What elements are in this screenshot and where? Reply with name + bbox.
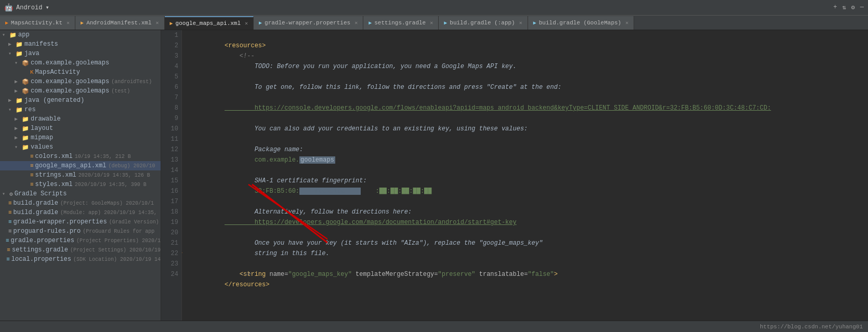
- tab-androidmanifest[interactable]: ▶ AndroidManifest.xml ✕: [75, 16, 164, 30]
- add-icon[interactable]: +: [833, 4, 837, 11]
- sidebar-item-label: com.example.goolemaps: [31, 87, 109, 95]
- settings-icon[interactable]: ⚙: [851, 4, 855, 11]
- sidebar-item-java[interactable]: ▾ 📁 java: [0, 49, 161, 58]
- line-num-4: 4: [164, 61, 178, 72]
- sidebar-item-build-gradle-app[interactable]: ≡ build.gradle (Module: app) 2020/10/19 …: [0, 208, 161, 217]
- sidebar-item-label: java: [24, 50, 40, 57]
- sidebar-item-google-maps-api[interactable]: ▶ ≡ google_maps_api.xml (debug) 2020/10: [0, 161, 161, 170]
- line-num-22: 22: [164, 248, 178, 259]
- sha-redacted: redacted: [299, 188, 361, 195]
- sidebar-item-gradle-wrapper-props[interactable]: ≡ gradle-wrapper.properties (Gradle Vers…: [0, 217, 161, 227]
- line-num-15: 15: [164, 176, 178, 186]
- code-line-9: You can also add your credentials to an …: [187, 113, 863, 124]
- tab-settings-gradle[interactable]: ▶ settings.gradle ✕: [363, 16, 439, 30]
- sidebar-item-proguard[interactable]: ≡ proguard-rules.pro (ProGuard Rules for…: [0, 227, 161, 236]
- sidebar-item-mapsactivity[interactable]: ▶ K MapsActivity: [0, 68, 161, 77]
- sidebar-item-values[interactable]: ▾ 📁 values: [0, 142, 161, 152]
- package-icon2: 📦: [22, 78, 29, 85]
- line-num-1: 1: [164, 30, 178, 41]
- top-bar-left: 🤖 Android ▾: [4, 3, 49, 12]
- sidebar-item-meta: (Project Properties) 2020/1: [76, 238, 161, 244]
- minimize-icon[interactable]: —: [860, 4, 864, 11]
- tab-build-gradle-project[interactable]: ▶ build.gradle (GooleMaps) ✕: [528, 16, 635, 30]
- tab-label: MapsActivity.kt: [11, 20, 62, 26]
- sidebar-item-gradle-props[interactable]: ≡ gradle.properties (Project Properties)…: [0, 236, 161, 245]
- line-num-3: 3: [164, 51, 178, 61]
- tab-google-maps-api[interactable]: ▶ google_maps_api.xml ✕: [165, 16, 254, 30]
- code-line-22: → -->: [187, 248, 863, 259]
- sidebar-item-mipmap[interactable]: ▶ 📁 mipmap: [0, 133, 161, 142]
- tab-label: build.gradle (GooleMaps): [539, 20, 621, 26]
- local-props-icon: ≡: [6, 256, 10, 262]
- tab-build-gradle-app[interactable]: ▶ build.gradle (:app) ✕: [439, 16, 528, 30]
- kt-file-icon: ▶: [5, 20, 8, 26]
- sidebar-item-meta: 2020/10/19 14:35, 126 B: [78, 172, 150, 178]
- xml-attr-name: name=: [266, 271, 288, 278]
- android-icon: 🤖: [4, 3, 13, 12]
- code-content: 1 2 3 4 5 6 7 8 9 10 11 12 13 14 15 16 1…: [161, 30, 868, 321]
- sidebar-item-meta: (Module: app) 2020/10/19 14:35,: [60, 210, 157, 216]
- gradle-icon3: ▶: [444, 20, 447, 26]
- sidebar-item-label: java (generated): [24, 97, 84, 104]
- sidebar-item-manifests[interactable]: ▶ 📁 manifests: [0, 39, 161, 49]
- sidebar-item-gradle-scripts[interactable]: ▾ ⚙ Gradle Scripts: [0, 189, 161, 198]
- sidebar-item-package-androidtest[interactable]: ▶ 📦 com.example.goolemaps (androidTest): [0, 77, 161, 86]
- project-chevron[interactable]: ▾: [45, 4, 49, 11]
- close-tab-icon[interactable]: ✕: [156, 20, 159, 26]
- code-line-14: SHA-1 certificate fingerprint:: [187, 165, 863, 176]
- tab-label: AndroidManifest.xml: [86, 20, 151, 26]
- xml-attr-val3: "false": [528, 271, 554, 278]
- sidebar-item-colors[interactable]: ▶ ≡ colors.xml 10/19 14:35, 212 B: [0, 152, 161, 161]
- sidebar-item-strings[interactable]: ▶ ≡ strings.xml 2020/10/19 14:35, 126 B: [0, 170, 161, 180]
- key-placeholder: [558, 271, 868, 278]
- todo-text: TODO: Before you run your application, y…: [225, 63, 517, 70]
- line-num-23: 23: [164, 259, 178, 269]
- close-tab-icon[interactable]: ✕: [245, 20, 248, 26]
- close-tab-icon[interactable]: ✕: [67, 20, 70, 26]
- line-num-11: 11: [164, 134, 178, 144]
- line-num-12: 12: [164, 144, 178, 155]
- xml-tag: <resources>: [225, 42, 266, 49]
- package-icon: 📦: [22, 60, 29, 67]
- sidebar-item-package-main[interactable]: ▾ 📦 com.example.goolemaps: [0, 58, 161, 68]
- sidebar-item-settings-gradle[interactable]: ≡ settings.gradle (Project Settings) 202…: [0, 245, 161, 255]
- sidebar-item-app[interactable]: ▾ 📁 app: [0, 30, 161, 39]
- sidebar-item-java-generated[interactable]: ▶ 📁 java (generated): [0, 96, 161, 105]
- sidebar-item-layout[interactable]: ▶ 📁 layout: [0, 124, 161, 133]
- sidebar-item-label: com.example.goolemaps: [31, 78, 109, 85]
- csdn-url: https://blog.csdn.net/yuhang01: [760, 324, 863, 330]
- expand-arrow: ▶: [8, 41, 15, 47]
- link-line7: https://console.developers.google.com/fl…: [225, 104, 771, 112]
- code-lines[interactable]: <resources> <!-- TODO: Before you run yo…: [182, 30, 868, 321]
- sidebar-item-meta: (Project: GooleMaps) 2020/10/1: [60, 201, 154, 206]
- sidebar-item-label: styles.xml: [35, 181, 73, 188]
- sidebar-item-res[interactable]: ▾ 📁 res: [0, 105, 161, 114]
- close-tab-icon[interactable]: ✕: [519, 20, 522, 26]
- sidebar-item-drawable[interactable]: ▶ 📁 drawable: [0, 114, 161, 124]
- line-num-24: 24: [164, 269, 178, 280]
- res-folder-icon: 📁: [16, 107, 23, 113]
- sidebar-item-package-test[interactable]: ▶ 📦 com.example.goolemaps (test): [0, 86, 161, 96]
- tab-mapsactivity[interactable]: ▶ MapsActivity.kt ✕: [0, 16, 75, 30]
- tab-gradle-wrapper[interactable]: ▶ gradle-wrapper.properties ✕: [254, 16, 363, 30]
- close-tab-icon[interactable]: ✕: [354, 20, 358, 26]
- close-tab-icon[interactable]: ✕: [430, 20, 433, 26]
- gutter-arrow: →: [182, 247, 182, 258]
- sidebar-item-build-gradle-project[interactable]: ≡ build.gradle (Project: GooleMaps) 2020…: [0, 198, 161, 208]
- sidebar-item-styles[interactable]: ▶ ≡ styles.xml 2020/10/19 14:35, 390 B: [0, 180, 161, 189]
- kt-icon: K: [30, 69, 34, 75]
- xml-file-icon3: ≡: [30, 172, 34, 178]
- sidebar-item-label: Gradle Scripts: [15, 190, 67, 197]
- sidebar-item-meta: (SDK Location) 2020/10/19 14: [73, 257, 161, 262]
- sync-icon[interactable]: ⇅: [842, 4, 846, 11]
- gradle-icon4: ▶: [533, 20, 536, 26]
- sidebar-item-label: values: [31, 143, 53, 151]
- top-bar: 🤖 Android ▾ + ⇅ ⚙ —: [0, 0, 868, 16]
- project-label: Android: [16, 4, 42, 11]
- line-num-7: 7: [164, 92, 178, 103]
- tab-label: gradle-wrapper.properties: [265, 20, 350, 26]
- drawable-icon: 📁: [22, 116, 29, 123]
- close-tab-icon[interactable]: ✕: [625, 20, 628, 26]
- sidebar-item-local-props[interactable]: ≡ local.properties (SDK Location) 2020/1…: [0, 255, 161, 264]
- java-folder-icon: 📁: [16, 50, 23, 57]
